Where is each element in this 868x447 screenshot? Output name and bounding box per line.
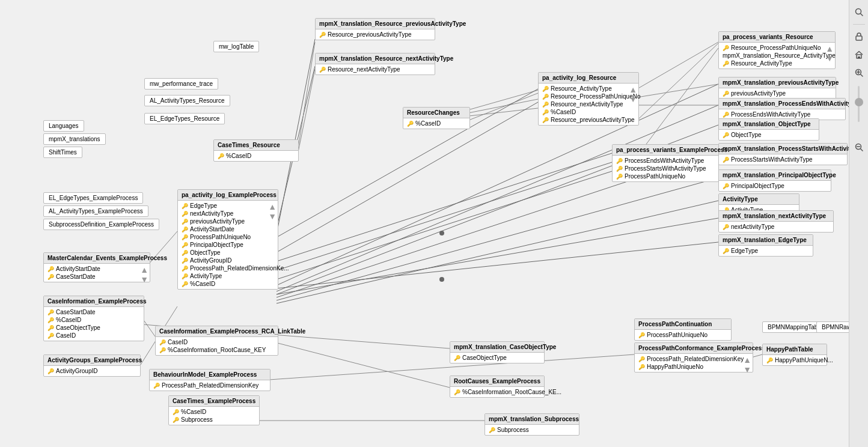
svg-line-11 [277, 84, 718, 285]
table-header: ProcessPathConformance_ExampleProcess [635, 343, 753, 354]
table-row: 🔑Resource_previousActivityType [539, 116, 638, 124]
table-row: 🔑%CaseID [214, 152, 298, 160]
table-el-edge[interactable]: EL_EdgeTypes_Resource [144, 113, 225, 124]
table-row: 🔑CaseID [44, 332, 144, 339]
table-header: mpmX_translation_Subprocess [485, 414, 579, 425]
table-el-edge-example[interactable]: EL_EdgeTypes_ExampleProcess [43, 192, 143, 204]
table-header: CaseInformation_ExampleProcess_RCA_LinkT… [156, 326, 278, 337]
table-mpmx-starts[interactable]: mpmX_translation_ProcessStartsWithActivi… [718, 143, 848, 165]
table-mpmx-edgetype[interactable]: mpmX_translation_EdgeType 🔑EdgeType [718, 234, 813, 257]
table-shifttimes[interactable]: ShiftTimes [43, 147, 82, 158]
separator [853, 24, 865, 25]
table-mw-performance[interactable]: mw_performance_trace [144, 78, 218, 90]
table-row: 🔑ProcessPathUniqueNo [635, 331, 731, 339]
table-pa-activity-example[interactable]: pa_activity_log_ExampleProcess 🔑EdgeType… [177, 189, 278, 290]
table-mastercalendar[interactable]: MasterCalendar_Events_ExampleProcess 🔑Ac… [43, 252, 150, 282]
table-header: mpmX_translation_CaseObjectType [450, 342, 544, 353]
table-header: pa_process_variants_ExampleProcess [613, 145, 718, 156]
table-resourcechanges[interactable]: ResourceChanges 🔑%CaseID [403, 107, 470, 129]
svg-rect-38 [856, 36, 862, 40]
table-row: 🔑ObjectType [719, 131, 819, 139]
table-languages[interactable]: Languages [43, 120, 84, 132]
table-header: BehaviourInModel_ExampleProcess [150, 369, 270, 380]
table-header: RootCauses_ExampleProcess [450, 376, 544, 387]
table-row: 🔑ActivityType [178, 272, 278, 280]
table-rca-linktable[interactable]: CaseInformation_ExampleProcess_RCA_LinkT… [155, 326, 278, 356]
table-subprocess-def[interactable]: SubprocessDefinition_ExampleProcess [43, 219, 159, 230]
table-header: CaseTimes_Resource [214, 140, 298, 151]
table-row: 🔑previousActivityType [178, 217, 278, 225]
right-toolbar [849, 0, 868, 447]
table-header: mpmX_translation_EdgeType [719, 235, 813, 246]
svg-line-33 [637, 42, 718, 89]
table-casetimes-resource[interactable]: CaseTimes_Resource 🔑%CaseID [213, 139, 299, 162]
table-activitygroups[interactable]: ActivityGroups_ExampleProcess 🔑ActivityG… [43, 354, 141, 377]
table-mpmx-subprocess[interactable]: mpmX_translation_Subprocess 🔑Subprocess [484, 413, 579, 436]
zoom-out-button[interactable] [852, 140, 866, 154]
lock-button[interactable] [852, 29, 866, 44]
table-row: 🔑Resource_nextActivityType [316, 65, 435, 73]
table-caseinformation[interactable]: CaseInformation_ExampleProcess 🔑CaseStar… [43, 296, 144, 341]
table-row: 🔑ProcessPathUniqueNo [178, 233, 278, 241]
table-pa-activity-resource[interactable]: pa_activity_log_Resource 🔑Resource_Activ… [538, 72, 639, 126]
svg-line-9 [277, 162, 612, 270]
svg-line-17 [277, 218, 718, 294]
table-pa-variants-example[interactable]: pa_process_variants_ExampleProcess 🔑Proc… [612, 144, 719, 182]
table-mpmx-next-at[interactable]: mpmX_translation_nextActivityType 🔑nextA… [718, 210, 834, 233]
table-mpmx-objecttype[interactable]: mpmX_translation_ObjectType 🔑ObjectType [718, 118, 819, 141]
table-mpmX-next[interactable]: mpmX_translation_Resource_nextActivityTy… [315, 53, 435, 75]
table-row: 🔑%CaseID [44, 316, 144, 324]
table-row: 🔑PrincipalObjectType [719, 182, 831, 190]
table-mpmx-translations[interactable]: mpmX_translations [43, 133, 106, 145]
diagram-canvas[interactable]: mpmX_translation_Resource_previousActivi… [0, 0, 868, 447]
table-row: 🔑nextActivityType [178, 210, 278, 217]
table-row: 🔑Resource_ActivityType [719, 59, 835, 67]
table-al-activity[interactable]: AL_ActivityTypes_Resource [144, 95, 230, 106]
table-header: mpmX_translation_ProcessStartsWithActivi… [719, 144, 847, 154]
svg-line-29 [298, 42, 315, 151]
table-header: mpmX_translation_ProcessEndsWithActivity… [719, 99, 845, 109]
table-behaviourinmodel[interactable]: BehaviourInModel_ExampleProcess 🔑Process… [149, 369, 270, 391]
table-row: 🔑Resource_ProcessPathUniqueNo [539, 93, 638, 100]
table-mpmx-principal[interactable]: mpmX_translation_PrincipalObjectType 🔑Pr… [718, 169, 831, 192]
svg-line-12 [277, 105, 718, 291]
table-mpmx-caseobjecttype[interactable]: mpmX_translation_CaseObjectType 🔑CaseObj… [450, 341, 545, 363]
table-row: mpmX_translation_Resource_ActivityType [719, 52, 835, 59]
table-row: 🔑%CaseInformation_RootCause_KEY [156, 346, 278, 354]
table-header: CaseTimes_ExampleProcess [169, 396, 259, 407]
table-happypath[interactable]: HappyPathTable 🔑HappyPathUniqueN... [762, 344, 827, 366]
search-button[interactable] [852, 5, 866, 19]
table-row: 🔑Subprocess [485, 426, 579, 434]
table-row: 🔑ActivityGroupID [44, 367, 140, 375]
svg-line-19 [142, 318, 155, 336]
svg-line-10 [277, 171, 612, 279]
table-processPathContinuation[interactable]: ProcessPathContinuation 🔑ProcessPathUniq… [634, 318, 732, 341]
table-row: 🔑ProcessStartsWithActivityType [719, 156, 847, 163]
table-mpmx-ends[interactable]: mpmX_translation_ProcessEndsWithActivity… [718, 98, 846, 120]
table-mpmX-prev[interactable]: mpmX_translation_Resource_previousActivi… [315, 18, 435, 40]
table-header: ActivityGroups_ExampleProcess [44, 355, 140, 366]
table-header: mpmX_translation_Resource_nextActivityTy… [316, 53, 435, 64]
svg-line-34 [637, 84, 718, 97]
table-row: 🔑ActivityStartDate [44, 265, 150, 273]
table-row: 🔑ProcessPath_RelatedDimensionKey [635, 355, 753, 363]
table-mw-logtable[interactable]: mw_logTable [213, 41, 259, 52]
table-header: ProcessPathContinuation [635, 319, 731, 330]
zoom-in-button[interactable] [852, 65, 866, 80]
table-row: 🔑ProcessEndsWithActivityType [719, 111, 845, 118]
svg-line-18 [277, 242, 718, 288]
zoom-slider-thumb[interactable] [855, 98, 863, 106]
table-rootcauses[interactable]: RootCauses_ExampleProcess 🔑%CaseInformat… [450, 376, 545, 398]
table-mpmx-prev-at[interactable]: mpmX_translation_previousActivityType 🔑p… [718, 77, 836, 99]
table-header: mpmX_translation_PrincipalObjectType [719, 170, 831, 181]
home-button[interactable] [852, 47, 866, 62]
table-row: 🔑Resource_previousActivityType [316, 31, 435, 38]
table-casetimes-example[interactable]: CaseTimes_ExampleProcess 🔑%CaseID 🔑Subpr… [168, 395, 260, 425]
svg-line-8 [277, 153, 612, 261]
table-row: 🔑%CaseID [169, 408, 259, 416]
table-row: 🔑ProcessPathUniqueNo [613, 172, 718, 180]
table-pa-variants-resource[interactable]: pa_process_variants_Resource 🔑Resource_P… [718, 31, 836, 69]
table-row: 🔑PrincipalObjectType [178, 241, 278, 249]
table-al-activity-example[interactable]: AL_ActivityTypes_ExampleProcess [43, 205, 148, 217]
table-processconformance[interactable]: ProcessPathConformance_ExampleProcess 🔑P… [634, 342, 753, 372]
